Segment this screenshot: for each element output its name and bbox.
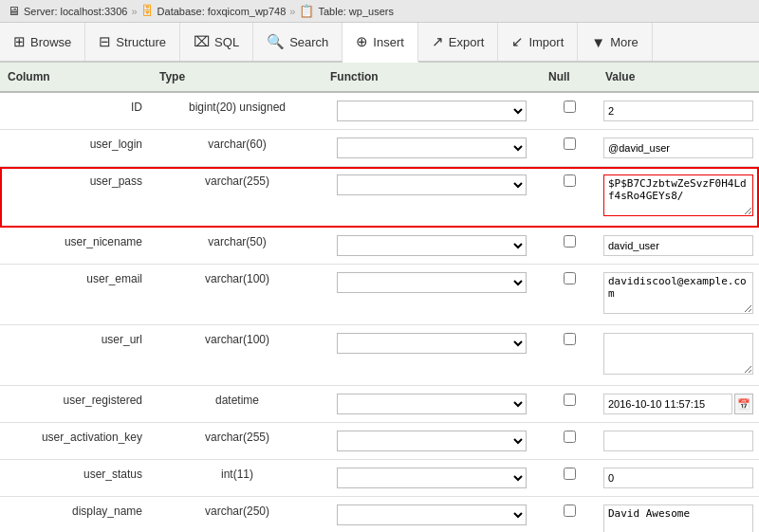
cell-value[interactable] [598,329,759,381]
breadcrumb: 🖥 Server: localhost:3306 » 🗄 Database: f… [0,0,759,23]
cell-value[interactable]: davidiscool@example.com [598,268,759,321]
breadcrumb-server[interactable]: Server: localhost:3306 [24,6,127,17]
structure-icon: ⊟ [99,33,111,50]
null-checkbox[interactable] [564,394,576,406]
cell-column-type: varchar(250) [152,501,323,522]
search-button[interactable]: 🔍 Search [253,23,342,61]
calendar-button[interactable]: 📅 [734,394,753,414]
cell-function[interactable] [323,231,541,260]
function-select[interactable] [337,174,527,195]
cell-value[interactable] [598,134,759,162]
cell-null[interactable] [541,268,598,291]
insert-button[interactable]: ⊕ Insert [342,23,418,63]
cell-column-type: datetime [152,390,323,411]
cell-null[interactable] [541,329,598,352]
null-checkbox[interactable] [564,235,576,248]
cell-column-name: user_nicename [0,231,152,252]
function-select[interactable] [337,333,527,354]
cell-column-name: display_name [0,501,152,522]
more-icon: ▼ [591,34,605,50]
cell-null[interactable] [541,501,598,523]
cell-column-name: user_pass [0,171,152,192]
cell-value[interactable]: $P$B7CJzbtwZeSvzF0H4Ldf4sRo4GEYs8/ [598,171,759,223]
function-select[interactable] [337,272,527,293]
null-checkbox[interactable] [564,272,576,284]
value-textarea[interactable]: $P$B7CJzbtwZeSvzF0H4Ldf4sRo4GEYs8/ [603,174,753,216]
cell-column-name: user_login [0,134,152,155]
null-checkbox[interactable] [564,504,576,517]
cell-function[interactable] [323,390,541,418]
cell-column-type: varchar(100) [152,329,323,350]
null-checkbox[interactable] [564,333,576,345]
cell-null[interactable] [541,390,598,413]
import-label: Import [528,35,564,49]
cell-column-type: varchar(100) [152,268,323,289]
function-select[interactable] [337,235,527,256]
datetime-container: 📅 [603,394,753,414]
breadcrumb-table[interactable]: Table: wp_users [318,6,394,17]
value-textarea[interactable]: David Awesome [603,504,753,532]
cell-value[interactable] [598,427,759,455]
datetime-input[interactable] [603,394,732,414]
cell-null[interactable] [541,427,598,449]
function-select[interactable] [337,468,527,488]
table-row: IDbigint(20) unsigned [0,93,759,130]
table-row: user_passvarchar(255)$P$B7CJzbtwZeSvzF0H… [0,167,759,228]
value-input[interactable] [603,138,753,158]
table-row: user_nicenamevarchar(50) [0,228,759,265]
more-button[interactable]: ▼ More [578,23,652,61]
table-row: display_namevarchar(250)David Awesome [0,497,759,532]
table-row: user_urlvarchar(100) [0,325,759,386]
null-checkbox[interactable] [564,174,576,187]
cell-column-type: varchar(255) [152,171,323,192]
cell-function[interactable] [323,329,541,358]
cell-function[interactable] [323,97,541,125]
null-checkbox[interactable] [564,138,576,150]
cell-value[interactable] [598,231,759,260]
cell-value[interactable]: David Awesome [598,501,759,532]
header-type: Type [152,66,323,87]
cell-null[interactable] [541,171,598,193]
value-input[interactable] [603,101,753,121]
cell-column-name: user_url [0,329,152,350]
value-input[interactable] [603,235,753,256]
cell-function[interactable] [323,464,541,492]
function-select[interactable] [337,394,527,414]
function-select[interactable] [337,138,527,158]
null-checkbox[interactable] [564,101,576,113]
structure-button[interactable]: ⊟ Structure [85,23,180,61]
breadcrumb-sep-1: » [131,6,137,17]
cell-function[interactable] [323,171,541,199]
export-button[interactable]: ↗ Export [418,23,499,61]
null-checkbox[interactable] [564,431,576,443]
column-headers: Column Type Function Null Value [0,63,759,93]
sql-button[interactable]: ⌧ SQL [180,23,253,61]
value-textarea[interactable] [603,333,753,375]
cell-value[interactable] [598,97,759,125]
breadcrumb-database[interactable]: Database: foxqicom_wp748 [157,6,287,17]
cell-null[interactable] [541,464,598,486]
cell-function[interactable] [323,134,541,162]
value-input[interactable] [603,468,753,488]
cell-function[interactable] [323,501,541,529]
value-input[interactable] [603,431,753,451]
cell-value[interactable] [598,464,759,492]
cell-value[interactable]: 📅 [598,390,759,418]
import-button[interactable]: ↙ Import [498,23,578,61]
cell-function[interactable] [323,427,541,455]
cell-function[interactable] [323,268,541,297]
cell-null[interactable] [541,97,598,119]
cell-null[interactable] [541,231,598,254]
function-select[interactable] [337,431,527,451]
value-textarea[interactable]: davidiscool@example.com [603,272,753,314]
cell-null[interactable] [541,134,598,156]
browse-button[interactable]: ⊞ Browse [0,23,85,61]
cell-column-name: user_email [0,268,152,289]
cell-column-type: varchar(255) [152,427,323,448]
cell-column-name: user_activation_key [0,427,152,448]
function-select[interactable] [337,504,527,525]
search-label: Search [289,35,328,49]
function-select[interactable] [337,101,527,121]
null-checkbox[interactable] [564,468,576,480]
sql-label: SQL [214,35,239,49]
